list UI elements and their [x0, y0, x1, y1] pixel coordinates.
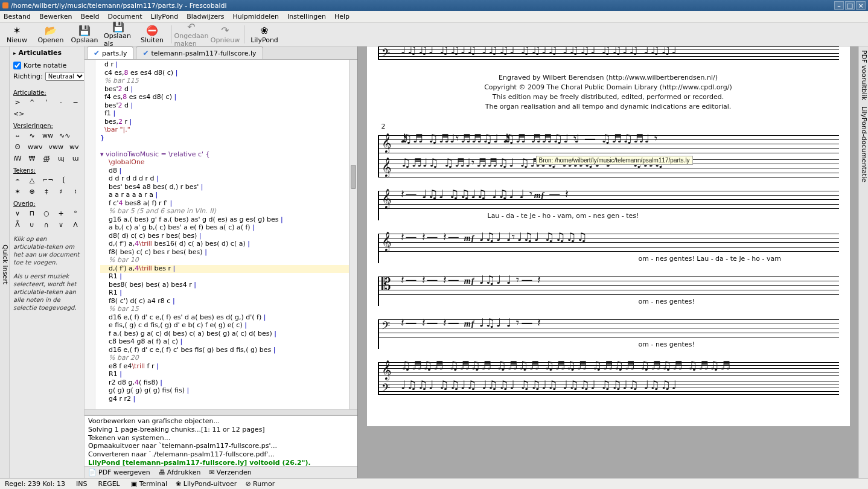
articulation-symbol[interactable]: ^ [28, 98, 36, 106]
sign-symbol[interactable]: 𝄕 [59, 176, 68, 184]
status-rumor[interactable]: ⊘ Rumor [245, 480, 275, 488]
pdf-preview[interactable]: 𝄢 ♩♫♫♩ ♫♫♩♫ ♩♫♫♩ ♫♫♩♫ ♩♫♫♩ ♫♫♩♫ ♩♫♫♩ Eng… [357, 46, 858, 478]
section-articulatie: Articulatie: [13, 89, 80, 96]
bass-clef-icon: 𝄢 [381, 382, 390, 397]
dock-pdf-preview[interactable]: PDF vooruitblik [859, 50, 868, 100]
articulation-symbol[interactable]: <> [13, 110, 24, 118]
ornament-symbol[interactable]: ∰ [42, 155, 51, 162]
open-button[interactable]: 📂Openen [36, 24, 65, 45]
dock-lilypond-docs[interactable]: LilyPond-documentatie [859, 106, 868, 182]
misc-symbol[interactable]: ° [71, 209, 80, 217]
print-button[interactable]: 🖶 Afdrukken [159, 468, 201, 476]
pdf-button[interactable]: 📄 PDF weergeven [88, 468, 150, 476]
sign-symbol[interactable]: ‡ [42, 188, 51, 196]
editor-scrollbar[interactable] [349, 60, 357, 409]
panel-hint-2: Als u eerst muziek selecteert, wordt het… [13, 272, 80, 312]
misc-symbol[interactable]: ○ [42, 209, 51, 217]
window-title: /home/wilbert/ly/music/telemann/psalm117… [11, 2, 227, 10]
send-icon: ✉ [209, 468, 214, 476]
source-tooltip: Bron: /home/wilbert/ly/music/telemann/ps… [536, 156, 693, 165]
misc-symbol[interactable]: ᐱ [71, 221, 80, 229]
score-credits: Engraved by Wilbert Berendsen (http://ww… [378, 73, 839, 112]
editor-minimap[interactable] [85, 409, 357, 415]
misc-symbol[interactable]: ᐰ [13, 221, 22, 229]
status-term[interactable]: ▣ Terminal [131, 480, 167, 488]
section-tekens: Tekens: [13, 167, 80, 174]
menu-document[interactable]: Document [108, 13, 142, 21]
articulation-symbol[interactable]: − [71, 98, 80, 106]
lilypond-button[interactable]: ❀LilyPond [250, 24, 279, 45]
misc-symbol[interactable]: ⊓ [28, 209, 36, 217]
ornament-symbol[interactable]: wwv [28, 143, 43, 151]
undo-button: ↶Ongedaan maken [177, 24, 206, 45]
lilypond-icon: ❀ [260, 25, 268, 36]
new-button[interactable]: ✶Nieuw [2, 24, 31, 45]
saveas-button[interactable]: 💾Opslaan als [104, 24, 133, 45]
ornament-symbol[interactable]: ɯ [71, 155, 80, 162]
sign-symbol[interactable]: ⊕ [28, 188, 36, 196]
close-icon: ⛔ [146, 25, 158, 36]
ornament-symbol[interactable]: wv [69, 143, 79, 151]
articulations-panel: Articulaties Korte notatie Richting: Neu… [10, 46, 85, 478]
short-notation-checkbox[interactable]: Korte notatie [13, 62, 80, 69]
log-output: Voorbewerken van grafische objecten...So… [85, 415, 357, 466]
misc-symbol[interactable]: ∩ [42, 221, 51, 229]
sign-symbol[interactable]: ♯ [57, 188, 65, 196]
treble-clef-icon: 𝄞 [381, 360, 392, 380]
redo-button: ↷Opnieuw [211, 24, 240, 45]
ornament-symbol[interactable]: ʘ [13, 143, 22, 151]
menu-bewerken[interactable]: Bewerken [39, 13, 72, 21]
tab-fullscore[interactable]: ✔telemann-psalm117-fullscore.ly [136, 46, 263, 59]
lyric-line-4: om - nes gentes! [639, 340, 839, 349]
misc-symbol[interactable]: ∪ [28, 221, 36, 229]
ornament-symbol[interactable]: ꟿ [13, 155, 22, 162]
sign-symbol[interactable]: ⌐¬ [42, 176, 53, 184]
menu-bladwijzers[interactable]: Bladwijzers [187, 13, 224, 21]
misc-symbol[interactable]: + [57, 209, 65, 217]
menu-hulpmiddelen[interactable]: Hulpmiddelen [232, 13, 279, 21]
misc-symbol[interactable]: ∨ [13, 209, 22, 217]
articulation-symbol[interactable]: > [13, 98, 22, 106]
menu-lilypond[interactable]: LilyPond [151, 13, 179, 21]
tab-bar: ✔parts.ly ✔telemann-psalm117-fullscore.l… [85, 46, 357, 60]
menu-bestand[interactable]: Bestand [4, 13, 31, 21]
misc-symbol[interactable]: ∨ [57, 221, 65, 229]
lyric-line-3: om - nes gentes! [639, 297, 839, 306]
section-versieringen: Versieringen: [13, 123, 80, 129]
titlebar: /home/wilbert/ly/music/telemann/psalm117… [0, 0, 868, 11]
menu-beeld[interactable]: Beeld [80, 13, 99, 21]
treble-clef-icon: 𝄞 [381, 232, 392, 252]
code-editor[interactable]: d r | c4 es,8 es es4 d8( c) | % bar 115 … [85, 60, 349, 409]
sign-symbol[interactable]: △ [28, 176, 36, 184]
tab-parts[interactable]: ✔parts.ly [87, 46, 133, 59]
status-insert-mode: INS [76, 480, 87, 488]
ornament-symbol[interactable]: ɰ [57, 155, 65, 162]
maximize-button[interactable]: □ [845, 1, 855, 10]
send-button[interactable]: ✉ Verzenden [209, 468, 251, 476]
minimize-button[interactable]: – [834, 1, 844, 10]
ornament-symbol[interactable]: ∿ [28, 132, 36, 139]
dock-quick-insert[interactable]: Quick insert [0, 46, 10, 478]
status-line-mode: REGEL [98, 480, 120, 488]
articulation-symbol[interactable]: ' [42, 98, 51, 106]
lyric-line-1: Lau - da - te Je - ho - vam, om - nes ge… [488, 211, 839, 220]
sign-symbol[interactable]: 𝄐 [13, 176, 22, 184]
direction-select[interactable]: Neutraal [45, 72, 85, 81]
menu-help[interactable]: Help [334, 13, 349, 21]
sign-symbol[interactable]: ✶ [13, 188, 22, 196]
ornament-symbol[interactable]: 𝆗 [13, 132, 22, 139]
treble-clef-icon: 𝄞 [381, 158, 392, 177]
ornament-symbol[interactable]: ₩ [28, 155, 36, 162]
articulation-symbol[interactable]: · [57, 98, 65, 106]
menu-instellingen[interactable]: Instellingen [287, 13, 326, 21]
close-window-button[interactable]: × [856, 1, 866, 10]
save-button[interactable]: 💾Opslaan [70, 24, 99, 45]
status-lilyout[interactable]: ❀ LilyPond-uitvoer [176, 480, 237, 488]
ornament-symbol[interactable]: ww [42, 132, 53, 139]
sign-symbol[interactable]: ♮ [71, 188, 80, 196]
term-icon: ▣ [131, 480, 137, 488]
close-button[interactable]: ⛔Sluiten [138, 24, 167, 45]
ornament-symbol[interactable]: ∿∿ [59, 132, 70, 139]
ornament-symbol[interactable]: vww [49, 143, 64, 151]
saveas-icon: 💾 [112, 21, 124, 32]
